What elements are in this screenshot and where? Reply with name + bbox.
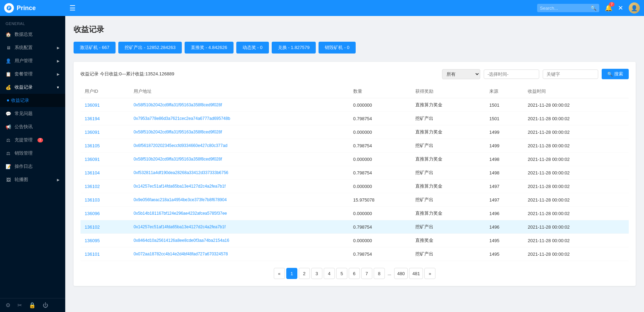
sidebar-item-system-config[interactable]: 🖥 系统配置 ▶ [0, 41, 65, 54]
pagination-page-3[interactable]: 3 [311, 268, 322, 279]
cell-address[interactable]: 0x8464d10a25614126a8ee8cde0f3aa74ba2154a… [129, 234, 349, 247]
cell-user-id[interactable]: 136095 [80, 234, 129, 247]
sidebar-item-sales-mgmt[interactable]: ⚖ 销毁管理 [0, 147, 65, 160]
hamburger-icon[interactable]: ☰ [69, 4, 76, 12]
pagination-page-7[interactable]: 7 [361, 268, 372, 279]
sidebar-item-recharge-mgmt[interactable]: ⚖ 充提管理 7 [0, 133, 65, 147]
sidebar-item-income-record[interactable]: 💰 收益记录 ▼ [0, 81, 65, 94]
sidebar-item-package-mgmt[interactable]: 📋 套餐管理 ▶ [0, 67, 65, 81]
cell-address[interactable]: 0x7953a778e86d3a7621cec2ea74a6777ad69574… [129, 112, 349, 125]
cell-time: 2021-11-28 00:00:02 [524, 166, 629, 180]
search-button[interactable]: 🔍 搜索 [602, 69, 629, 79]
cell-time: 2021-11-28 00:00:02 [524, 180, 629, 193]
table-row: 136091 0x58f510b2042cd9ffa31f95163a358f8… [80, 125, 629, 139]
table-row: 136095 0x8464d10a25614126a8ee8cde0f3aa74… [80, 234, 629, 247]
pagination-page-2[interactable]: 2 [299, 268, 310, 279]
notification-badge: 7 [609, 2, 615, 7]
cell-amount: 0.000000 [349, 125, 411, 139]
sidebar-item-user-mgmt[interactable]: 👤 用户管理 ▶ [0, 54, 65, 67]
chevron-right-icon-pkg: ▶ [57, 72, 60, 76]
search-btn-label: 搜索 [614, 71, 623, 77]
table-row: 136105 0x6f5618720202345eccfd9334660e427… [80, 139, 629, 153]
cell-amount: 0.000000 [349, 234, 411, 247]
filter-select[interactable]: 所有 挖矿产出 直推奖 动态奖 兑换 [442, 69, 480, 79]
cell-reward: 挖矿产出 [411, 166, 485, 180]
time-filter-input[interactable] [484, 69, 539, 79]
pagination-page-6[interactable]: 6 [349, 268, 360, 279]
cell-user-id[interactable]: 136105 [80, 139, 129, 153]
cell-user-id[interactable]: 136096 [80, 207, 129, 220]
col-user-id: 用户ID [80, 85, 129, 98]
cell-address[interactable]: 0x58f510b2042cd9ffa31f95163a358f8ced9f02… [129, 98, 349, 112]
stat-tab-activate-miner[interactable]: 激活矿机 - 667 [74, 42, 116, 54]
col-source: 来源 [485, 85, 524, 98]
pagination-page-5[interactable]: 5 [336, 268, 347, 279]
income-icon: 💰 [6, 85, 11, 90]
cell-user-id[interactable]: 136102 [80, 220, 129, 234]
home-icon: 🏠 [6, 32, 11, 37]
cell-address[interactable]: 0x58f510b2042cd9ffa31f95163a358f8ced9f02… [129, 153, 349, 166]
cell-address[interactable]: 0x072aa18782cc4b14e2d4bf48fad727a6703245… [129, 247, 349, 261]
sales-icon: ⚖ [6, 151, 11, 156]
settings-icon[interactable]: ⚙ [6, 302, 10, 309]
sidebar-item-faq[interactable]: 💬 常见问题 [0, 107, 65, 120]
cell-source: 1496 [485, 207, 524, 220]
notification-bell[interactable]: 🔔 7 [605, 4, 612, 12]
cell-user-id[interactable]: 136091 [80, 153, 129, 166]
pagination-page-481[interactable]: 481 [409, 268, 423, 279]
sidebar-item-income-record-sub[interactable]: 收益记录 [0, 94, 65, 107]
page-title: 收益记录 [74, 24, 636, 35]
sidebar-item-operation-log[interactable]: 📝 操作日志 [0, 160, 65, 173]
cell-user-id[interactable]: 136104 [80, 166, 129, 180]
sidebar-item-announcement[interactable]: 📢 公告快讯 [0, 120, 65, 133]
scissors-icon[interactable]: ✂ [17, 302, 22, 309]
sidebar-sub-income: 收益记录 [0, 94, 65, 107]
pagination-page-480[interactable]: 480 [394, 268, 408, 279]
cell-user-id[interactable]: 136091 [80, 125, 129, 139]
cell-user-id[interactable]: 136103 [80, 193, 129, 207]
stat-tab-dynamic-reward[interactable]: 动态奖 - 0 [236, 42, 269, 54]
pagination-page-4[interactable]: 4 [324, 268, 335, 279]
sidebar-label-faq: 常见问题 [15, 110, 33, 117]
stat-tab-exchange[interactable]: 兑换 - 1.827579 [272, 42, 316, 54]
pagination-page-8[interactable]: 8 [374, 268, 385, 279]
sidebar-item-dashboard[interactable]: 🏠 数据总览 [0, 28, 65, 41]
stat-tab-mining-output[interactable]: 挖矿产出 - 12852.284263 [118, 42, 182, 54]
pagination-next[interactable]: » [424, 268, 435, 279]
monitor-icon: 🖥 [6, 45, 11, 50]
avatar-image: 👤 [629, 2, 640, 14]
cell-reward: 挖矿产出 [411, 139, 485, 153]
cell-amount: 0.000000 [349, 207, 411, 220]
stat-tab-destroy-miner[interactable]: 销毁矿机 - 0 [319, 42, 356, 54]
sidebar-label-announcement: 公告快讯 [15, 124, 33, 130]
cell-time: 2021-11-28 00:00:02 [524, 220, 629, 234]
cell-address[interactable]: 0xf532811a4df190dea28268a33412d337333b67… [129, 166, 349, 180]
recharge-badge: 7 [37, 138, 43, 142]
cell-address[interactable]: 0x14257ec51af14fda65ba13e4127d2c4a2fea7b… [129, 180, 349, 193]
col-user-address: 用户地址 [129, 85, 349, 98]
close-icon[interactable]: ✕ [618, 4, 623, 12]
cell-address[interactable]: 0x58f510b2042cd9ffa31f95163a358f8ced9f02… [129, 125, 349, 139]
sidebar-label-dashboard: 数据总览 [15, 31, 33, 38]
cell-user-id[interactable]: 136101 [80, 247, 129, 261]
power-icon[interactable]: ⏻ [43, 302, 48, 309]
sidebar-item-carousel[interactable]: 🖼 轮播图 ▶ [0, 173, 65, 186]
cell-source: 1497 [485, 193, 524, 207]
keyword-input[interactable] [543, 69, 598, 79]
cell-user-id[interactable]: 136091 [80, 98, 129, 112]
pagination-prev[interactable]: « [274, 268, 285, 279]
avatar[interactable]: 👤 [629, 2, 640, 14]
cell-user-id[interactable]: 136102 [80, 180, 129, 193]
search-input[interactable] [540, 6, 588, 11]
cell-address[interactable]: 0x6f5618720202345eccfd9334660e427c80c377… [129, 139, 349, 153]
cell-user-id[interactable]: 136194 [80, 112, 129, 125]
cell-address[interactable]: 0x14257ec51af14fda65ba13e4127d2c4a2fea7b… [129, 220, 349, 234]
cell-amount: 0.798754 [349, 166, 411, 180]
stat-tab-direct-reward[interactable]: 直推奖 - 4.842626 [185, 42, 234, 54]
cell-time: 2021-11-28 00:00:02 [524, 153, 629, 166]
cell-address[interactable]: 0x9e056faeac218a1a4954be3ce373fe7b8f6789… [129, 193, 349, 207]
pagination-page-1[interactable]: 1 [286, 268, 297, 279]
table-card: 收益记录 今日收益:0—累计收益:13524.126889 所有 挖矿产出 直推… [74, 62, 636, 286]
cell-address[interactable]: 0x5b14b181167bf124e296ae4232afcea5785f37… [129, 207, 349, 220]
lock-icon[interactable]: 🔒 [29, 302, 36, 309]
